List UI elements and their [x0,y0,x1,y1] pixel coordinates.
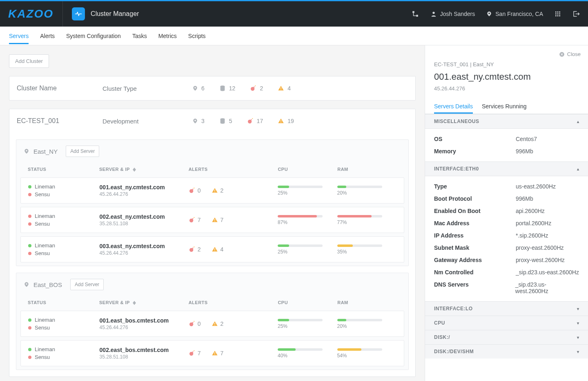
server-ip: 35.28.51.108 [100,354,189,360]
status-dot-lineman [28,318,31,322]
server-row[interactable]: Lineman Sensu 001.east_ny.cmtest.com 45.… [20,177,404,204]
status-dot-sensu [28,222,31,226]
kv-key: Enabled On Boot [434,208,516,214]
status-sensu-label: Sensu [35,325,50,331]
close-label: Close [567,51,581,57]
kv-key: Mac Address [434,220,516,226]
kv-key: DNS Servers [434,281,515,294]
nav-tab-scripts[interactable]: Scripts [188,28,206,44]
cluster-header[interactable]: EC-TEST_001 Development 3 5 17 19 [9,109,415,133]
close-button[interactable]: Close [425,45,588,57]
status-dot-lineman [28,244,31,247]
kv-key: Subnet Mask [434,244,516,251]
kv-row: Memory996Mb [425,145,588,157]
kv-value: 996Mb [516,195,533,202]
server-row[interactable]: Lineman Sensu 002.east_ny.cmtest.com 35.… [20,207,404,233]
logout-icon[interactable] [572,10,580,18]
cpu-metric: 25% [278,319,337,329]
svg-rect-11 [559,15,560,16]
topbar: KAZOO Cluster Manager Josh Sanders San F… [0,1,588,27]
nav-tab-system-configuration[interactable]: System Configuration [66,28,121,44]
col-alerts: ALERTS [189,167,278,172]
accordion-header[interactable]: DISK:/▾ [425,330,588,344]
region-block: East_BOS Add Server STATUS SERVER & IP A… [16,273,409,370]
accordion-header[interactable]: CPU▾ [425,316,588,330]
stat-locations: 3 [192,118,205,124]
status-lineman-label: Lineman [35,317,55,323]
server-row[interactable]: Lineman Sensu 003.east_ny.cmtest.com 45.… [20,236,404,262]
accordion-header[interactable]: INTERFACE:ETH0▴ [425,161,588,176]
svg-rect-6 [555,13,557,15]
svg-rect-42 [214,323,215,324]
region-name: East_BOS [33,281,62,288]
cluster-type: Development [102,118,192,125]
accordion-title: MISCELLANEOUS [434,119,479,124]
stat-databases: 5 [219,118,232,124]
svg-point-46 [194,350,194,351]
status-dot-lineman [28,185,31,188]
server-ip: 45.26.44.276 [100,325,189,330]
add-server-button[interactable]: Add Server [70,279,104,290]
kv-value: *.sip.2600Hz [516,232,548,239]
kv-row: Enabled On Bootapi.2600Hz [425,205,588,217]
accordion-body: OSCentos7Memory996Mb [425,129,588,161]
kv-value: api.2600Hz [516,208,545,214]
cluster-header[interactable]: Cluster Name Cluster Type 6 12 2 4 [9,76,415,100]
stat-locations: 6 [192,85,205,92]
stat-warning: 4 [278,85,291,92]
user-location: San Francisco, CA [495,11,543,17]
kv-value: _sip.d23.us-west.2600Hz [515,281,579,294]
table-header: STATUS SERVER & IP ALERTS CPU RAM [16,296,408,307]
detail-tab[interactable]: Servers Details [434,99,473,114]
nav-tab-metrics[interactable]: Metrics [158,28,177,44]
hierarchy-icon[interactable] [412,10,419,18]
status-sensu-label: Sensu [35,250,50,256]
kv-row: Typeus-east.2600Hz [425,180,588,193]
server-row[interactable]: Lineman Sensu 002.east_bos.cmtest.com 35… [20,340,404,366]
nav-tab-tasks[interactable]: Tasks [132,28,147,44]
add-server-button[interactable]: Add Server [66,146,99,157]
col-server[interactable]: SERVER & IP [99,167,189,172]
server-row[interactable]: Lineman Sensu 001.east_bos.cmtest.com 45… [20,311,404,337]
apps-grid-icon[interactable] [555,11,561,17]
svg-point-31 [194,217,194,218]
svg-rect-27 [214,190,215,191]
status-dot-lineman [28,348,31,351]
kv-row: OSCentos7 [425,133,588,145]
server-hostname: 002.east_bos.cmtest.com [100,347,189,353]
svg-rect-9 [555,15,557,16]
detail-tab[interactable]: Services Running [482,99,527,114]
ram-metric: 20% [337,186,396,196]
kv-key: OS [434,136,516,142]
accordion-header[interactable]: INTERFACE:LO▾ [425,301,588,316]
location-pin-icon [486,11,492,17]
cluster-card: EC-TEST_001 Development 3 5 17 19 East_N… [9,109,416,377]
svg-point-36 [194,247,194,247]
chevron-icon: ▾ [577,335,579,340]
kv-key: IP Address [434,232,516,239]
server-hostname: 002.east_ny.cmtest.com [100,213,189,220]
nav-tab-alerts[interactable]: Alerts [40,28,55,44]
nav-tab-servers[interactable]: Servers [9,28,29,44]
accordion-title: INTERFACE:ETH0 [434,166,479,172]
status-lineman-label: Lineman [35,242,55,249]
user-name: Josh Sanders [440,11,475,17]
cluster-name: EC-TEST_001 [17,117,102,125]
brand-logo: KAZOO [8,7,53,20]
accordion-header[interactable]: MISCELLANEOUS▴ [425,114,588,129]
col-server[interactable]: SERVER & IP [99,300,189,305]
status-dot-sensu [28,252,31,255]
location-pin-icon [24,148,29,155]
svg-rect-0 [412,11,414,13]
user-menu[interactable]: Josh Sanders [430,11,475,17]
add-cluster-button[interactable]: Add Cluster [9,54,49,68]
svg-rect-32 [214,219,215,220]
accordion-header[interactable]: DISK:/DEV/SHM▾ [425,344,588,359]
user-icon [430,11,437,17]
col-status: STATUS [28,167,99,172]
accordion-body: Typeus-east.2600HzBoot Protocol996MbEnab… [425,176,588,301]
detail-sidepanel: Close EC-TEST_001 | East_NY 001.east_ny.… [425,45,588,381]
cluster-name: Cluster Name [17,85,102,92]
status-dot-sensu [28,193,31,196]
region-block: East_NY Add Server STATUS SERVER & IP AL… [16,139,409,266]
